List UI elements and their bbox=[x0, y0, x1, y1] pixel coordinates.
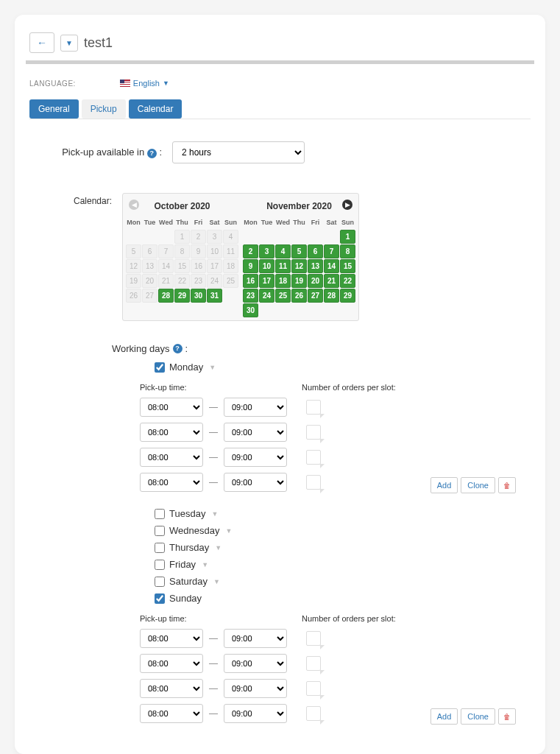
time-from-select[interactable]: 08:00 bbox=[140, 654, 203, 673]
calendar-day[interactable]: 12 bbox=[126, 259, 141, 273]
back-dropdown[interactable]: ▼ bbox=[60, 35, 78, 52]
calendar-day[interactable]: 16 bbox=[191, 259, 206, 273]
clone-button[interactable]: Clone bbox=[461, 477, 495, 493]
time-to-select[interactable]: 09:00 bbox=[224, 704, 287, 723]
calendar-day[interactable]: 15 bbox=[174, 259, 190, 273]
calendar-day[interactable]: 2 bbox=[243, 244, 258, 258]
day-tuesday[interactable]: Tuesday▼ bbox=[155, 508, 501, 519]
time-to-select[interactable]: 09:00 bbox=[224, 473, 287, 492]
time-from-select[interactable]: 08:00 bbox=[140, 423, 203, 442]
calendar-day[interactable]: 29 bbox=[174, 289, 190, 303]
tab-general[interactable]: General bbox=[29, 99, 79, 119]
calendar-day[interactable]: 31 bbox=[207, 289, 222, 303]
calendar-day[interactable]: 8 bbox=[174, 244, 190, 258]
calendar-day[interactable]: 17 bbox=[207, 259, 222, 273]
calendar-day[interactable]: 19 bbox=[291, 274, 307, 288]
time-from-select[interactable]: 08:00 bbox=[140, 679, 203, 698]
time-from-select[interactable]: 08:00 bbox=[140, 629, 203, 648]
calendar-day[interactable]: 26 bbox=[291, 289, 307, 303]
orders-per-slot-input[interactable] bbox=[306, 450, 321, 465]
calendar-day[interactable]: 28 bbox=[324, 289, 339, 303]
time-from-select[interactable]: 08:00 bbox=[140, 448, 203, 467]
calendar-day[interactable]: 23 bbox=[191, 274, 206, 288]
help-icon[interactable]: ? bbox=[147, 149, 157, 158]
add-button[interactable]: Add bbox=[430, 708, 458, 725]
calendar-day[interactable]: 6 bbox=[308, 244, 323, 258]
time-to-select[interactable]: 09:00 bbox=[224, 448, 287, 467]
day-wednesday[interactable]: Wednesday▼ bbox=[155, 525, 501, 536]
calendar-day[interactable]: 14 bbox=[324, 259, 339, 273]
calendar-day[interactable]: 7 bbox=[158, 244, 174, 258]
orders-per-slot-input[interactable] bbox=[306, 656, 321, 671]
calendar-day[interactable]: 9 bbox=[191, 244, 206, 258]
calendar-day[interactable]: 9 bbox=[243, 259, 258, 273]
calendar-day[interactable]: 5 bbox=[291, 244, 307, 258]
calendar-day[interactable]: 16 bbox=[243, 274, 258, 288]
tab-pickup[interactable]: Pickup bbox=[82, 99, 126, 119]
checkbox-saturday[interactable] bbox=[155, 577, 165, 587]
orders-per-slot-input[interactable] bbox=[306, 681, 321, 696]
checkbox-friday[interactable] bbox=[155, 560, 165, 570]
calendar-day[interactable]: 12 bbox=[291, 259, 307, 273]
time-to-select[interactable]: 09:00 bbox=[224, 629, 287, 648]
delete-button[interactable]: 🗑 bbox=[498, 708, 516, 725]
orders-per-slot-input[interactable] bbox=[306, 475, 321, 490]
calendar-day[interactable]: 3 bbox=[207, 230, 222, 244]
calendar-day[interactable]: 13 bbox=[142, 259, 157, 273]
checkbox-wednesday[interactable] bbox=[155, 526, 165, 536]
checkbox-sunday[interactable] bbox=[155, 593, 165, 604]
calendar-day[interactable]: 20 bbox=[308, 274, 323, 288]
calendar-day[interactable]: 24 bbox=[259, 289, 274, 303]
calendar-day[interactable]: 22 bbox=[174, 274, 190, 288]
clone-button[interactable]: Clone bbox=[461, 708, 495, 725]
calendar-day[interactable]: 11 bbox=[223, 244, 238, 258]
calendar-day[interactable]: 23 bbox=[243, 289, 258, 303]
calendar-day[interactable]: 10 bbox=[207, 244, 222, 258]
time-from-select[interactable]: 08:00 bbox=[140, 473, 203, 492]
calendar-day[interactable]: 4 bbox=[223, 230, 238, 244]
orders-per-slot-input[interactable] bbox=[306, 706, 321, 721]
calendar-day[interactable]: 29 bbox=[340, 289, 355, 303]
calendar-day[interactable]: 1 bbox=[174, 230, 190, 244]
calendar-day[interactable]: 17 bbox=[259, 274, 274, 288]
time-to-select[interactable]: 09:00 bbox=[224, 679, 287, 698]
calendar-day[interactable]: 18 bbox=[275, 274, 291, 288]
calendar-day[interactable]: 28 bbox=[158, 289, 174, 303]
calendar-day[interactable]: 3 bbox=[259, 244, 274, 258]
calendar-day[interactable]: 14 bbox=[158, 259, 174, 273]
calendar-day[interactable]: 30 bbox=[191, 289, 206, 303]
delete-button[interactable]: 🗑 bbox=[498, 477, 516, 493]
calendar-day[interactable]: 21 bbox=[324, 274, 339, 288]
orders-per-slot-input[interactable] bbox=[306, 400, 321, 415]
calendar-day[interactable]: 15 bbox=[340, 259, 355, 273]
time-to-select[interactable]: 09:00 bbox=[224, 423, 287, 442]
day-thursday[interactable]: Thursday▼ bbox=[155, 542, 501, 553]
pickup-available-select[interactable]: 2 hours bbox=[172, 141, 305, 163]
time-from-select[interactable]: 08:00 bbox=[140, 398, 203, 417]
calendar-day[interactable]: 8 bbox=[340, 244, 355, 258]
calendar-day[interactable]: 25 bbox=[275, 289, 291, 303]
calendar-day[interactable]: 10 bbox=[259, 259, 274, 273]
calendar-day[interactable]: 27 bbox=[308, 289, 323, 303]
back-button[interactable]: ← bbox=[29, 32, 54, 53]
calendar-day[interactable]: 6 bbox=[142, 244, 157, 258]
calendar-day[interactable]: 21 bbox=[158, 274, 174, 288]
calendar-day[interactable]: 2 bbox=[191, 230, 206, 244]
checkbox-thursday[interactable] bbox=[155, 543, 165, 553]
calendar-day[interactable]: 19 bbox=[126, 274, 141, 288]
calendar-next-button[interactable]: ▶ bbox=[342, 200, 352, 210]
calendar-day[interactable]: 26 bbox=[126, 289, 141, 303]
calendar-day[interactable]: 7 bbox=[324, 244, 339, 258]
calendar-day[interactable]: 11 bbox=[275, 259, 291, 273]
time-to-select[interactable]: 09:00 bbox=[224, 654, 287, 673]
calendar-day[interactable]: 5 bbox=[126, 244, 141, 258]
language-selector[interactable]: English ▼ bbox=[120, 79, 169, 88]
calendar-day[interactable]: 13 bbox=[308, 259, 323, 273]
calendar-day[interactable]: 18 bbox=[223, 259, 238, 273]
day-monday[interactable]: Monday ▼ bbox=[155, 362, 501, 373]
calendar-day[interactable]: 25 bbox=[223, 274, 238, 288]
checkbox-tuesday[interactable] bbox=[155, 509, 165, 519]
orders-per-slot-input[interactable] bbox=[306, 425, 321, 440]
tab-calendar[interactable]: Calendar bbox=[129, 99, 182, 119]
checkbox-monday[interactable] bbox=[155, 362, 165, 373]
